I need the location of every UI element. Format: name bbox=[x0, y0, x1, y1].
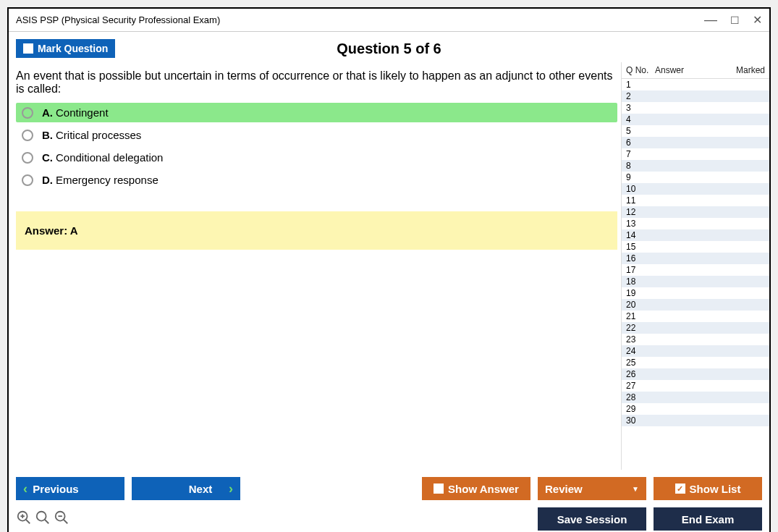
previous-button[interactable]: ‹ Previous bbox=[16, 477, 124, 500]
row-qno: 30 bbox=[626, 415, 655, 426]
chevron-down-icon: ▼ bbox=[632, 485, 639, 493]
list-row[interactable]: 2 bbox=[622, 90, 769, 102]
minimize-icon[interactable]: — bbox=[704, 12, 717, 28]
list-row[interactable]: 4 bbox=[622, 114, 769, 125]
svg-point-4 bbox=[37, 511, 46, 520]
row-qno: 1 bbox=[626, 80, 655, 90]
zoom-out-icon[interactable] bbox=[54, 510, 69, 529]
option-a[interactable]: A.Contingent bbox=[16, 103, 617, 122]
option-b[interactable]: B.Critical processes bbox=[16, 125, 617, 145]
review-label: Review bbox=[545, 483, 583, 495]
show-answer-button[interactable]: Show Answer bbox=[422, 477, 530, 500]
option-text: Emergency response bbox=[56, 174, 158, 186]
zoom-controls bbox=[16, 510, 69, 529]
option-letter: D. bbox=[42, 174, 53, 186]
list-row[interactable]: 5 bbox=[622, 125, 769, 137]
list-row[interactable]: 20 bbox=[622, 299, 769, 311]
previous-label: Previous bbox=[33, 483, 78, 495]
chevron-left-icon: ‹ bbox=[23, 481, 28, 497]
row-qno: 2 bbox=[626, 91, 655, 101]
footer-row-2: Save Session End Exam bbox=[16, 507, 762, 531]
mark-question-button[interactable]: Mark Question bbox=[16, 39, 115, 58]
row-qno: 20 bbox=[626, 300, 655, 310]
row-qno: 23 bbox=[626, 334, 655, 345]
list-row[interactable]: 18 bbox=[622, 276, 769, 287]
list-row[interactable]: 9 bbox=[622, 172, 769, 183]
list-row[interactable]: 13 bbox=[622, 218, 769, 229]
mark-question-label: Mark Question bbox=[38, 43, 108, 54]
row-qno: 13 bbox=[626, 219, 655, 229]
list-row[interactable]: 8 bbox=[622, 160, 769, 172]
col-qno: Q No. bbox=[626, 65, 655, 75]
row-qno: 8 bbox=[626, 161, 655, 171]
row-qno: 10 bbox=[626, 184, 655, 194]
row-qno: 6 bbox=[626, 138, 655, 148]
radio-icon bbox=[22, 130, 33, 141]
row-qno: 7 bbox=[626, 149, 655, 159]
list-row[interactable]: 14 bbox=[622, 229, 769, 241]
list-row[interactable]: 30 bbox=[622, 415, 769, 426]
review-button[interactable]: Review ▼ bbox=[538, 477, 646, 500]
option-text: Critical processes bbox=[56, 129, 141, 141]
end-exam-button[interactable]: End Exam bbox=[654, 507, 762, 531]
list-row[interactable]: 25 bbox=[622, 357, 769, 368]
row-qno: 12 bbox=[626, 207, 655, 217]
option-letter: B. bbox=[42, 129, 53, 141]
list-row[interactable]: 11 bbox=[622, 195, 769, 206]
show-list-button[interactable]: ✓ Show List bbox=[654, 477, 762, 500]
row-qno: 26 bbox=[626, 369, 655, 379]
question-header: Question 5 of 6 bbox=[9, 41, 769, 57]
row-qno: 18 bbox=[626, 276, 655, 287]
list-row[interactable]: 1 bbox=[622, 79, 769, 90]
list-row[interactable]: 24 bbox=[622, 345, 769, 357]
next-button[interactable]: Next › bbox=[132, 477, 240, 500]
list-row[interactable]: 26 bbox=[622, 368, 769, 380]
list-row[interactable]: 12 bbox=[622, 206, 769, 218]
list-row[interactable]: 16 bbox=[622, 253, 769, 264]
list-row[interactable]: 10 bbox=[622, 183, 769, 195]
end-exam-label: End Exam bbox=[682, 513, 735, 525]
list-row[interactable]: 17 bbox=[622, 264, 769, 276]
list-row[interactable]: 28 bbox=[622, 392, 769, 403]
row-qno: 11 bbox=[626, 195, 655, 206]
option-letter: A. bbox=[42, 106, 53, 119]
close-icon[interactable]: ✕ bbox=[753, 13, 762, 27]
list-row[interactable]: 6 bbox=[622, 137, 769, 148]
option-c[interactable]: C.Conditional delegation bbox=[16, 148, 617, 167]
footer-row-1: ‹ Previous Next › Show Answer Review ▼ ✓… bbox=[16, 477, 762, 500]
row-qno: 25 bbox=[626, 358, 655, 368]
list-row[interactable]: 7 bbox=[622, 148, 769, 160]
option-letter: C. bbox=[42, 151, 53, 164]
list-row[interactable]: 3 bbox=[622, 102, 769, 114]
list-row[interactable]: 27 bbox=[622, 380, 769, 392]
show-list-label: Show List bbox=[690, 483, 741, 495]
list-row[interactable]: 29 bbox=[622, 403, 769, 415]
row-qno: 5 bbox=[626, 126, 655, 136]
zoom-icon[interactable] bbox=[35, 510, 51, 529]
list-row[interactable]: 15 bbox=[622, 241, 769, 253]
row-qno: 24 bbox=[626, 346, 655, 356]
list-row[interactable]: 19 bbox=[622, 287, 769, 299]
options-group: A.ContingentB.Critical processesC.Condit… bbox=[16, 103, 617, 190]
svg-line-7 bbox=[64, 519, 68, 523]
svg-line-5 bbox=[45, 519, 49, 523]
main-area: An event that is possible but uncertain … bbox=[9, 62, 769, 470]
maximize-icon[interactable]: ☐ bbox=[730, 14, 740, 26]
row-qno: 28 bbox=[626, 392, 655, 402]
list-row[interactable]: 23 bbox=[622, 334, 769, 345]
radio-icon bbox=[22, 174, 33, 186]
zoom-in-icon[interactable] bbox=[16, 510, 32, 529]
option-d[interactable]: D.Emergency response bbox=[16, 170, 617, 190]
row-qno: 27 bbox=[626, 381, 655, 391]
list-row[interactable]: 21 bbox=[622, 311, 769, 322]
save-session-button[interactable]: Save Session bbox=[538, 507, 646, 531]
answer-box: Answer: A bbox=[16, 211, 617, 250]
question-list-panel: Q No. Answer Marked 12345678910111213141… bbox=[621, 62, 769, 470]
question-pane: An event that is possible but uncertain … bbox=[9, 62, 621, 470]
col-answer: Answer bbox=[655, 65, 729, 75]
col-marked: Marked bbox=[729, 65, 765, 75]
list-body[interactable]: 1234567891011121314151617181920212223242… bbox=[622, 79, 769, 470]
footer: ‹ Previous Next › Show Answer Review ▼ ✓… bbox=[9, 470, 769, 532]
list-row[interactable]: 22 bbox=[622, 322, 769, 334]
app-window: ASIS PSP (Physical Security Professional… bbox=[7, 7, 771, 532]
